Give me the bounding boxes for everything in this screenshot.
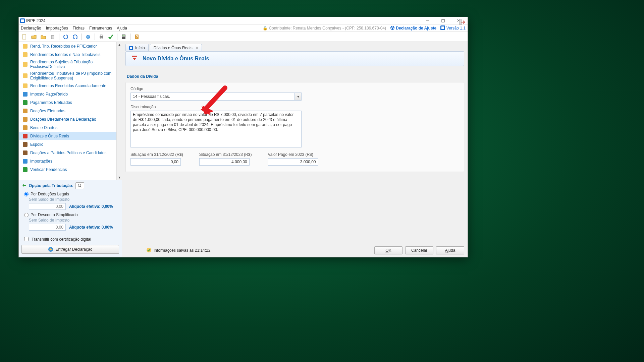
contribuinte-info: 🔒 Contribuinte: Renata Mendes Gonçalves …	[263, 26, 386, 31]
tax-toggle-icon[interactable]	[21, 183, 27, 189]
discriminacao-textarea[interactable]: Empréstimo concedido por irmão no valor …	[130, 111, 302, 147]
dropdown-icon[interactable]: ▾	[294, 93, 301, 100]
tb-check-icon[interactable]	[107, 33, 114, 41]
transmit-checkbox-input[interactable]	[24, 237, 29, 241]
maximize-button[interactable]	[435, 17, 451, 24]
form-panel: Código 14 - Pessoas físicas. ▾ Discrimin…	[125, 82, 464, 172]
sidebar-item-1[interactable]: Rendimentos Isentos e Não Tributáveis	[19, 50, 116, 59]
nav-label-2: Rendimentos Sujeitos à Tributação Exclus…	[30, 60, 114, 69]
svg-rect-44	[130, 47, 132, 49]
radio-simplificado-input[interactable]	[24, 213, 29, 217]
radio-simplificado[interactable]: Por Desconto Simplificado	[24, 213, 119, 217]
nav-icon-10	[22, 133, 28, 139]
svg-rect-20	[123, 36, 124, 37]
radio-deducoes[interactable]: Por Deduções Legais	[24, 192, 119, 196]
menu-declaracao[interactable]: Declaração	[21, 26, 41, 31]
app-window: IRPF 2024 Declaração Importações Fichas …	[18, 17, 468, 257]
tb-backup-icon[interactable]	[71, 33, 79, 41]
col2-input[interactable]	[199, 158, 250, 166]
menu-fichas[interactable]: Fichas	[73, 26, 85, 31]
value-simplificado[interactable]	[29, 224, 66, 231]
sidebar-item-3[interactable]: Rendimentos Tributáveis de PJ (Imposto c…	[19, 70, 116, 81]
svg-rect-37	[23, 150, 28, 155]
minimize-button[interactable]	[420, 17, 435, 24]
col2-label: Situação em 31/12/2023 (R$)	[199, 152, 252, 157]
svg-rect-3	[442, 19, 444, 22]
sidebar-item-2[interactable]: Rendimentos Sujeitos à Tributação Exclus…	[19, 59, 116, 70]
menu-ferramentas[interactable]: Ferramentas	[89, 26, 112, 31]
sidebar-item-11[interactable]: Espólio	[19, 140, 116, 148]
value-deducoes[interactable]	[29, 203, 66, 210]
tb-folder-icon[interactable]	[40, 33, 47, 41]
tb-help-icon[interactable]: ?	[133, 33, 141, 41]
sidebar-item-0[interactable]: Rend. Trib. Recebidos de PF/Exterior	[19, 42, 116, 50]
nav-label-10: Dívidas e Ônus Reais	[30, 134, 69, 138]
col3-input[interactable]	[268, 158, 318, 166]
tab-bar: Início Dívidas e Ônus Reais ×	[122, 42, 468, 51]
svg-rect-19	[122, 36, 123, 37]
sidebar-item-9[interactable]: Bens e Direitos	[19, 123, 116, 132]
svg-rect-12	[51, 35, 54, 36]
deliver-button[interactable]: Entregar Declaração	[21, 245, 119, 254]
svg-rect-32	[23, 109, 28, 113]
tab-inicio[interactable]: Início	[125, 44, 149, 51]
nav-label-5: Imposto Pago/Retido	[30, 92, 68, 97]
svg-text:A: A	[391, 25, 394, 30]
tb-globe-icon[interactable]	[85, 33, 92, 41]
tb-trash-icon[interactable]	[49, 33, 56, 41]
sidebar-item-12[interactable]: Doações a Partidos Políticos e Candidato…	[19, 148, 116, 157]
codigo-select[interactable]: 14 - Pessoas físicas. ▾	[130, 93, 302, 101]
nav-icon-8	[22, 116, 28, 122]
menu-ajuda[interactable]: Ajuda	[117, 26, 127, 31]
nav-label-8: Doações Diretamente na Declaração	[30, 117, 96, 122]
sidebar-item-13[interactable]: Importações	[19, 157, 116, 165]
transmit-checkbox[interactable]: Transmitir com certificação digital	[23, 236, 119, 242]
tb-new-icon[interactable]	[21, 33, 28, 41]
sidebar-item-8[interactable]: Doações Diretamente na Declaração	[19, 115, 116, 123]
svg-rect-35	[23, 134, 28, 138]
codigo-value: 14 - Pessoas físicas.	[133, 94, 170, 99]
tab-close-icon[interactable]: ×	[196, 46, 198, 50]
nav-label-9: Bens e Direitos	[30, 125, 57, 130]
svg-rect-33	[23, 117, 28, 122]
tb-restore-icon[interactable]	[62, 33, 69, 41]
nav-label-4: Rendimentos Recebidos Acumuladamente	[30, 83, 106, 88]
sidebar-item-14[interactable]: Verificar Pendências	[19, 165, 116, 174]
sidebar-item-4[interactable]: Rendimentos Recebidos Acumuladamente	[19, 81, 116, 90]
scroll-down-icon[interactable]: ▾	[117, 175, 122, 180]
svg-rect-21	[124, 36, 125, 37]
menu-importacoes[interactable]: Importações	[46, 26, 68, 31]
col1-input[interactable]	[130, 158, 181, 166]
window-title: IRPF 2024	[26, 18, 45, 23]
ok-button[interactable]: OK	[374, 246, 402, 254]
nav-label-0: Rend. Trib. Recebidos de PF/Exterior	[30, 44, 97, 49]
nav-icon-14	[22, 167, 28, 173]
titlebar: IRPF 2024	[19, 17, 468, 24]
tb-open-icon[interactable]	[30, 33, 38, 41]
sidebar-item-6[interactable]: Pagamentos Efetuados	[19, 98, 116, 107]
svg-rect-25	[23, 44, 28, 49]
svg-line-41	[80, 186, 82, 187]
help-button[interactable]: Ajuda	[436, 246, 464, 254]
tb-calc-icon[interactable]	[120, 33, 127, 41]
svg-point-47	[147, 248, 151, 252]
tb-exit-icon[interactable]	[458, 18, 466, 26]
sidebar-item-10[interactable]: Dívidas e Ônus Reais	[19, 132, 116, 140]
cancel-button[interactable]: Cancelar	[405, 246, 433, 254]
sidebar-item-5[interactable]: Imposto Pago/Retido	[19, 90, 116, 98]
svg-text:?: ?	[136, 35, 138, 39]
radio-deducoes-input[interactable]	[24, 192, 29, 196]
nav-icon-2	[22, 61, 28, 67]
sidebar-item-7[interactable]: Doações Efetuadas	[19, 107, 116, 115]
no-balance-1: Sem Saldo de Imposto	[29, 197, 119, 202]
tb-print-icon[interactable]	[98, 33, 105, 41]
nav-scrollbar[interactable]: ▴ ▾	[116, 42, 122, 180]
declaracao-ajuste[interactable]: A Declaração de Ajuste	[390, 25, 436, 31]
tax-search-button[interactable]	[75, 182, 84, 189]
app-icon	[20, 18, 25, 23]
nav-label-14: Verificar Pendências	[30, 167, 67, 172]
nav-icon-7	[22, 108, 28, 114]
scroll-up-icon[interactable]: ▴	[117, 42, 122, 47]
tab-dividas[interactable]: Dívidas e Ônus Reais ×	[150, 44, 202, 51]
nav-icon-4	[22, 83, 28, 89]
